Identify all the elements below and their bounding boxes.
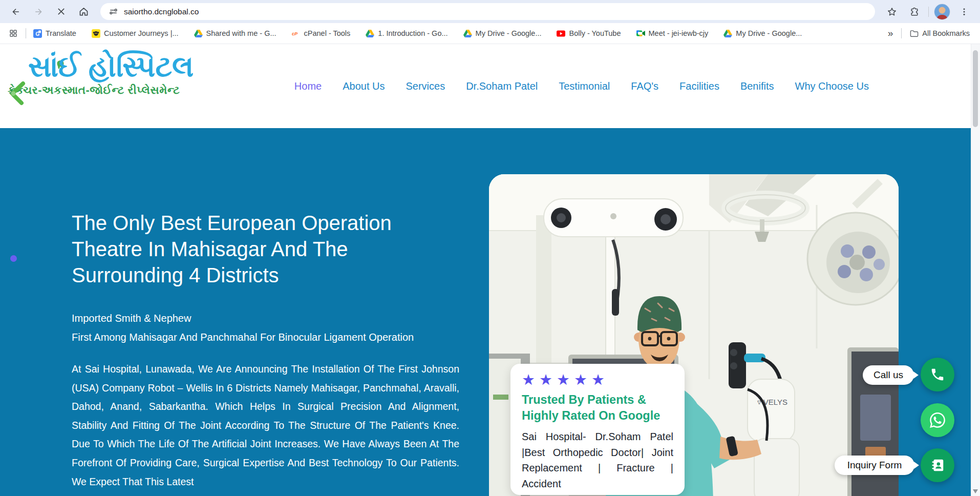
- folder-icon: [910, 29, 919, 38]
- google-drive-icon: [723, 29, 732, 38]
- home-button[interactable]: [75, 3, 92, 20]
- phone-icon: [930, 367, 945, 382]
- profile-avatar[interactable]: [934, 4, 950, 20]
- star-icon: [887, 7, 897, 17]
- nav-benifits[interactable]: Benifits: [740, 80, 774, 92]
- youtube-icon: [557, 29, 565, 38]
- hero-subheading-2: First Among Mahisagar And Panchmahal For…: [72, 332, 461, 343]
- carousel-dot[interactable]: [10, 255, 17, 262]
- nav-home[interactable]: Home: [294, 80, 322, 92]
- nav-services[interactable]: Services: [406, 80, 445, 92]
- hero-heading: The Only Best European Operation Theatre…: [72, 210, 435, 288]
- bookmark-label: Translate: [46, 29, 76, 37]
- bookmarks-bar: G Translate Customer Journeys |... Share…: [0, 23, 980, 44]
- whatsapp-button[interactable]: [921, 403, 954, 437]
- site-logo[interactable]: સાંઈ હોસ્પિટલ ફ્રેક્ચર-અકસ્માત-જોઈન્ટ રી…: [8, 51, 212, 97]
- stop-button[interactable]: [52, 3, 70, 20]
- bookmark-shared-with-me[interactable]: Shared with me - G...: [194, 29, 276, 38]
- hero-paragraph: At Sai Hospital, Lunawada, We Are Announ…: [72, 360, 459, 491]
- call-us-tooltip[interactable]: Call us: [863, 365, 914, 385]
- all-bookmarks-label: All Bookmarks: [922, 29, 970, 37]
- review-card-title: Trusted By Patients & Highly Rated On Go…: [522, 392, 673, 424]
- bookmarks-divider: [901, 28, 902, 38]
- apps-grid-icon[interactable]: [8, 28, 18, 38]
- site-settings-icon[interactable]: [108, 6, 119, 17]
- back-arrow-icon: [11, 7, 21, 17]
- nav-why-choose-us[interactable]: Why Choose Us: [795, 80, 869, 92]
- browser-toolbar: saiortho.dcnglobal.co: [0, 0, 980, 23]
- bookmark-label: Meet - jei-iewb-cjy: [649, 29, 709, 37]
- bookmark-label: My Drive - Google...: [476, 29, 542, 37]
- whatsapp-icon: [928, 411, 947, 429]
- knee-joint-icon: [8, 81, 26, 108]
- bookmark-label: cPanel - Tools: [304, 29, 351, 37]
- hero-section: The Only Best European Operation Theatre…: [0, 128, 980, 496]
- scrollbar-thumb[interactable]: [973, 50, 978, 127]
- page-scrollbar[interactable]: [971, 44, 980, 496]
- bookmark-label: Shared with me - G...: [206, 29, 276, 37]
- call-button[interactable]: [921, 358, 954, 391]
- bookmark-my-drive-1[interactable]: My Drive - Google...: [463, 29, 542, 38]
- bookmark-translate[interactable]: G Translate: [33, 29, 76, 38]
- home-icon: [78, 6, 89, 17]
- cpanel-icon: cP: [292, 29, 301, 38]
- scrollbar-down-arrow[interactable]: [973, 489, 978, 493]
- bookmark-youtube[interactable]: Bolly - YouTube: [557, 29, 621, 38]
- review-card: ★★★★★ Trusted By Patients & Highly Rated…: [510, 364, 685, 495]
- five-stars-rating: ★★★★★: [522, 371, 673, 388]
- nav-faqs[interactable]: FAQ's: [631, 80, 658, 92]
- url-bar[interactable]: saiortho.dcnglobal.co: [100, 3, 875, 20]
- google-drive-icon: [366, 29, 374, 38]
- browser-window: saiortho.dcnglobal.co G Translate: [0, 0, 980, 496]
- nav-facilities[interactable]: Facilities: [679, 80, 719, 92]
- three-dots-icon: [960, 7, 969, 16]
- extensions-button[interactable]: [906, 3, 923, 20]
- contact-book-icon: [930, 458, 945, 473]
- google-drive-icon: [463, 29, 472, 38]
- bookmark-label: Customer Journeys |...: [104, 29, 179, 37]
- svg-text:cP: cP: [292, 31, 298, 36]
- google-meet-icon: [636, 29, 645, 38]
- site-header: સાંઈ હોસ્પિટલ ફ્રેક્ચર-અકસ્માત-જોઈન્ટ રી…: [0, 44, 980, 128]
- bookmark-label: Bolly - YouTube: [569, 29, 621, 37]
- bookmark-introduction[interactable]: 1. Introduction - Go...: [366, 29, 448, 38]
- puzzle-icon: [909, 7, 920, 17]
- forward-button[interactable]: [30, 3, 47, 20]
- hero-subheading-1: Imported Smith & Nephew: [72, 313, 461, 324]
- logo-tagline: ફ્રેક્ચર-અકસ્માત-જોઈન્ટ રીપ્લેસમેન્ટ: [8, 84, 212, 97]
- bookmarks-divider: [26, 28, 26, 38]
- bookmark-label: 1. Introduction - Go...: [378, 29, 448, 37]
- bookmark-label: My Drive - Google...: [736, 29, 802, 37]
- bookmarks-overflow-chevron[interactable]: »: [888, 28, 893, 39]
- google-drive-icon: [194, 29, 203, 38]
- bookmark-cpanel[interactable]: cP cPanel - Tools: [292, 29, 351, 38]
- bookmark-star-button[interactable]: [883, 3, 901, 20]
- main-nav: Home About Us Services Dr.Soham Patel Te…: [294, 44, 869, 128]
- all-bookmarks-button[interactable]: All Bookmarks: [910, 29, 970, 38]
- chrome-menu-button[interactable]: [955, 3, 973, 20]
- inquiry-form-tooltip[interactable]: Inquiry Form: [835, 456, 914, 475]
- nav-testimonial[interactable]: Testimonial: [559, 80, 610, 92]
- bookmark-meet[interactable]: Meet - jei-iewb-cjy: [636, 29, 709, 38]
- inquiry-form-button[interactable]: [921, 448, 954, 482]
- forward-arrow-icon: [33, 7, 44, 17]
- nav-about-us[interactable]: About Us: [343, 80, 385, 92]
- mailchimp-icon: [92, 29, 100, 38]
- bookmark-customer-journeys[interactable]: Customer Journeys |...: [92, 29, 179, 38]
- google-translate-icon: G: [33, 29, 42, 38]
- bookmark-my-drive-2[interactable]: My Drive - Google...: [723, 29, 802, 38]
- nav-dr-soham-patel[interactable]: Dr.Soham Patel: [466, 80, 538, 92]
- toolbar-divider: [928, 7, 929, 17]
- back-button[interactable]: [7, 3, 25, 20]
- logo-title: સાંઈ હોસ્પિટલ: [28, 51, 212, 82]
- review-card-body: Sai Hospital- Dr.Soham Patel |Best Ortho…: [522, 429, 673, 491]
- close-icon: [57, 7, 66, 16]
- url-text[interactable]: saiortho.dcnglobal.co: [124, 7, 199, 16]
